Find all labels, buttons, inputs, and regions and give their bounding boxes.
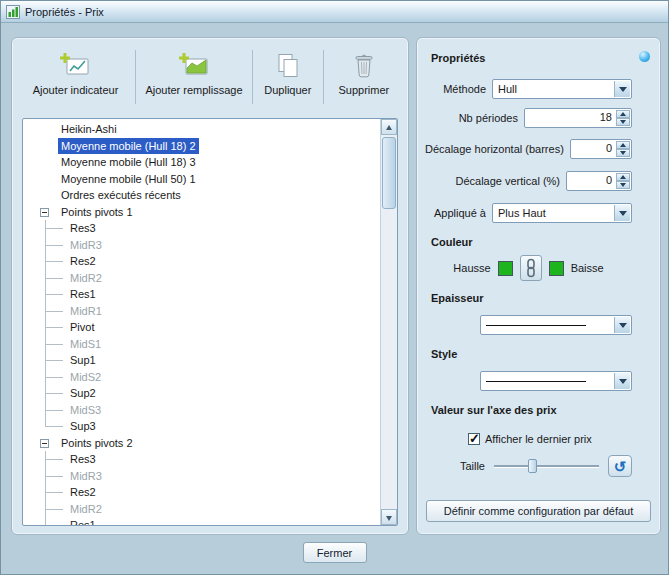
tree-item[interactable]: Res1 bbox=[23, 286, 380, 303]
tree-item[interactable]: MidR1 bbox=[23, 303, 380, 320]
spin-down-icon[interactable] bbox=[616, 181, 630, 189]
tree-item[interactable]: Res1 bbox=[23, 517, 380, 526]
close-button[interactable]: Fermer bbox=[303, 542, 367, 563]
couleur-row: Hausse Baisse bbox=[425, 254, 632, 282]
tree-item[interactable]: MidS1 bbox=[23, 336, 380, 353]
methode-dropdown[interactable]: Hull bbox=[492, 79, 632, 99]
add-indicator-icon bbox=[58, 51, 92, 81]
nb-periodes-stepper[interactable]: 18 bbox=[524, 108, 632, 128]
reset-icon[interactable] bbox=[608, 455, 632, 477]
window-title: Propriétés - Prix bbox=[25, 6, 104, 18]
applique-a-dropdown[interactable]: Plus Haut bbox=[492, 203, 632, 223]
tree-item[interactable]: Res3 bbox=[23, 451, 380, 468]
slider-track[interactable] bbox=[494, 465, 599, 467]
tree-item[interactable]: Points pivots 1 bbox=[23, 204, 380, 221]
tree-item-label: Ordres exécutés récents bbox=[58, 187, 184, 204]
tree-item-label: MidR3 bbox=[67, 237, 105, 254]
afficher-dernier-prix-label: Afficher le dernier prix bbox=[485, 433, 592, 445]
window-properties-prix: Propriétés - Prix Ajouter indicateur bbox=[0, 0, 669, 575]
tree-item[interactable]: MidR2 bbox=[23, 501, 380, 518]
tree-item-label: MidR2 bbox=[67, 501, 105, 518]
style-dropdown[interactable] bbox=[480, 371, 632, 391]
tree-item-label: Sup1 bbox=[67, 352, 99, 369]
indicator-tree-box: Heikin-AshiMoyenne mobile (Hull 18) 2Moy… bbox=[22, 118, 398, 526]
toolbar-divider bbox=[252, 50, 253, 104]
nb-periodes-row: Nb périodes 18 bbox=[425, 107, 632, 129]
scroll-up-icon[interactable] bbox=[381, 119, 397, 135]
collapse-toggle-icon[interactable] bbox=[40, 439, 49, 448]
link-colors-button[interactable] bbox=[520, 255, 542, 281]
tree-item[interactable]: Sup2 bbox=[23, 385, 380, 402]
tree-item[interactable]: MidS3 bbox=[23, 402, 380, 419]
applique-a-value: Plus Haut bbox=[498, 207, 546, 219]
tree-item-label: Points pivots 2 bbox=[58, 435, 136, 452]
tree-item[interactable]: Sup3 bbox=[23, 418, 380, 435]
taille-slider[interactable] bbox=[494, 458, 599, 474]
add-fill-button[interactable]: Ajouter remplissage bbox=[138, 46, 250, 112]
chevron-down-icon[interactable] bbox=[614, 373, 630, 389]
baisse-color-swatch[interactable] bbox=[549, 261, 564, 276]
spin-down-icon[interactable] bbox=[616, 118, 630, 126]
style-row bbox=[425, 370, 632, 392]
afficher-dernier-prix-checkbox[interactable] bbox=[468, 433, 480, 445]
spin-down-icon[interactable] bbox=[616, 149, 630, 157]
duplicate-button[interactable]: Dupliquer bbox=[255, 46, 321, 112]
indicator-list-panel: Ajouter indicateur Ajouter remplissage D… bbox=[11, 37, 409, 535]
tree-item-label: Moyenne mobile (Hull 18) 2 bbox=[58, 138, 199, 155]
hausse-color-swatch[interactable] bbox=[498, 261, 513, 276]
line-thickness-sample bbox=[486, 325, 586, 326]
duplicate-icon bbox=[273, 51, 303, 81]
properties-title: Propriétés bbox=[431, 52, 485, 64]
chevron-down-icon[interactable] bbox=[614, 81, 630, 97]
tree-item-label: Sup3 bbox=[67, 418, 99, 435]
chevron-down-icon[interactable] bbox=[614, 317, 630, 333]
epaisseur-dropdown[interactable] bbox=[480, 315, 632, 335]
trash-icon bbox=[351, 51, 377, 81]
tree-item[interactable]: MidS2 bbox=[23, 369, 380, 386]
nb-periodes-label: Nb périodes bbox=[459, 112, 518, 124]
scroll-down-icon[interactable] bbox=[381, 509, 397, 525]
chevron-down-icon[interactable] bbox=[614, 205, 630, 221]
methode-value: Hull bbox=[498, 83, 517, 95]
tree-scrollbar[interactable] bbox=[380, 119, 397, 525]
spin-up-icon[interactable] bbox=[616, 173, 630, 181]
tree-item[interactable]: Moyenne mobile (Hull 50) 1 bbox=[23, 171, 380, 188]
chain-link-icon bbox=[525, 258, 537, 278]
toolbar-divider bbox=[323, 50, 324, 104]
baisse-label: Baisse bbox=[571, 262, 604, 274]
tree-item[interactable]: Moyenne mobile (Hull 18) 3 bbox=[23, 154, 380, 171]
tree-item-label: MidS2 bbox=[67, 369, 104, 386]
set-default-config-button[interactable]: Définir comme configuration par défaut bbox=[426, 500, 651, 522]
toolbar-divider bbox=[135, 50, 136, 104]
tree-item[interactable]: Sup1 bbox=[23, 352, 380, 369]
hausse-label: Hausse bbox=[453, 262, 490, 274]
scrollbar-thumb[interactable] bbox=[382, 137, 396, 209]
afficher-dernier-prix-row: Afficher le dernier prix bbox=[425, 428, 632, 450]
add-indicator-button[interactable]: Ajouter indicateur bbox=[18, 46, 133, 112]
tree-item-label: Moyenne mobile (Hull 50) 1 bbox=[58, 171, 199, 188]
help-bubble-icon[interactable] bbox=[639, 51, 650, 62]
collapse-toggle-icon[interactable] bbox=[40, 208, 49, 217]
valeur-axe-title: Valeur sur l'axe des prix bbox=[431, 404, 557, 416]
tree-item[interactable]: Pivot bbox=[23, 319, 380, 336]
spin-up-icon[interactable] bbox=[616, 110, 630, 118]
tree-item[interactable]: MidR2 bbox=[23, 270, 380, 287]
tree-item[interactable]: Res2 bbox=[23, 253, 380, 270]
tree-item[interactable]: MidR3 bbox=[23, 468, 380, 485]
tree-item[interactable]: Ordres exécutés récents bbox=[23, 187, 380, 204]
tree-item-label: Heikin-Ashi bbox=[58, 121, 120, 138]
decalage-vertical-stepper[interactable]: 0 bbox=[566, 171, 632, 191]
taille-row: Taille bbox=[425, 454, 632, 478]
tree-item[interactable]: Res2 bbox=[23, 484, 380, 501]
slider-thumb[interactable] bbox=[528, 459, 537, 473]
tree-item[interactable]: Points pivots 2 bbox=[23, 435, 380, 452]
spin-up-icon[interactable] bbox=[616, 141, 630, 149]
decalage-horizontal-stepper[interactable]: 0 bbox=[570, 139, 632, 159]
tree-item[interactable]: MidR3 bbox=[23, 237, 380, 254]
delete-button[interactable]: Supprimer bbox=[326, 46, 402, 112]
tree-item[interactable]: Res3 bbox=[23, 220, 380, 237]
tree-item[interactable]: Moyenne mobile (Hull 18) 2 bbox=[23, 138, 380, 155]
tree-item-label: MidR1 bbox=[67, 303, 105, 320]
tree-item[interactable]: Heikin-Ashi bbox=[23, 121, 380, 138]
add-fill-icon bbox=[177, 51, 211, 81]
